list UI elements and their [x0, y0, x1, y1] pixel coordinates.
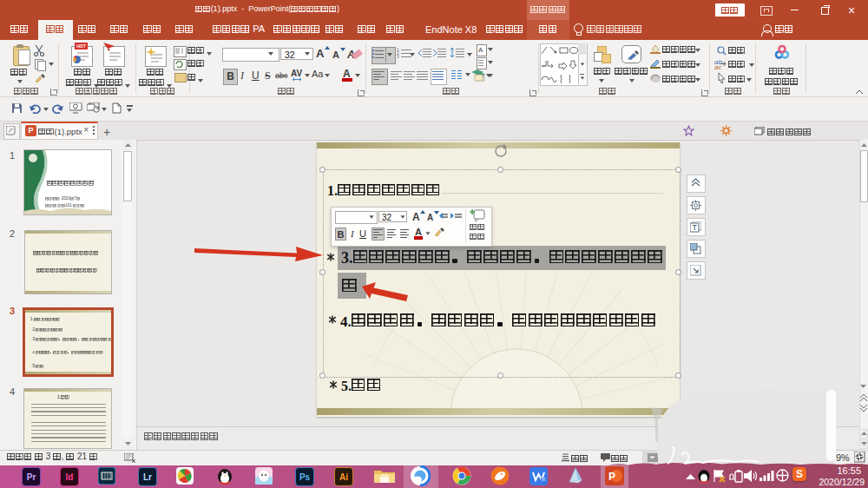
svg-text:P: P	[608, 471, 615, 483]
svg-text:T: T	[693, 223, 698, 232]
